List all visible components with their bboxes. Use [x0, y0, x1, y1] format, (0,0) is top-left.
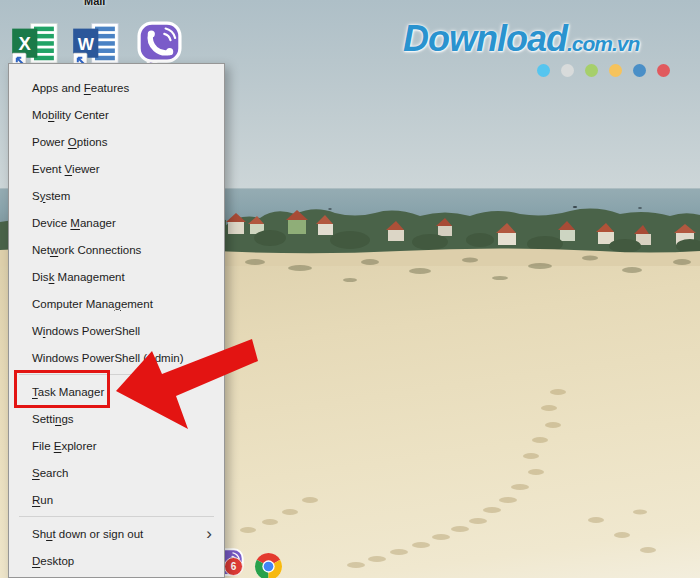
menu-item-system[interactable]: System	[9, 182, 224, 209]
menu-item-label: Settings	[32, 413, 216, 425]
watermark-logo: Download.com.vn	[403, 18, 698, 77]
menu-item-label: Windows PowerShell (Admin)	[32, 352, 216, 364]
menu-item-label: Disk Management	[32, 271, 216, 283]
menu-item-label: Search	[32, 467, 216, 479]
menu-item-settings[interactable]: Settings	[9, 405, 224, 432]
menu-item-windows-powershell[interactable]: Windows PowerShell	[9, 317, 224, 344]
submenu-chevron-icon: ›	[206, 525, 212, 542]
menu-item-search[interactable]: Search	[9, 459, 224, 486]
watermark-dot	[609, 64, 622, 77]
menu-item-label: Run	[32, 494, 216, 506]
excel-letter: X	[19, 33, 32, 54]
menu-item-desktop[interactable]: Desktop	[9, 547, 224, 574]
menu-item-label: Power Options	[32, 136, 216, 148]
menu-item-disk-management[interactable]: Disk Management	[9, 263, 224, 290]
menu-item-computer-management[interactable]: Computer Management	[9, 290, 224, 317]
watermark-dot	[561, 64, 574, 77]
watermark-dot	[633, 64, 646, 77]
watermark-brand: Download	[403, 18, 567, 60]
menu-item-label: Desktop	[32, 555, 216, 567]
word-letter: W	[78, 34, 95, 54]
watermark-dot	[585, 64, 598, 77]
menu-item-power-options[interactable]: Power Options	[9, 128, 224, 155]
menu-item-apps-and-features[interactable]: Apps and Features	[9, 74, 224, 101]
winx-menu: Apps and FeaturesMobility CenterPower Op…	[8, 63, 225, 578]
chrome-icon[interactable]	[254, 552, 283, 578]
menu-item-shut-down-or-sign-out[interactable]: Shut down or sign out›	[9, 520, 224, 547]
menu-item-label: System	[32, 190, 216, 202]
menu-item-windows-powershell-admin[interactable]: Windows PowerShell (Admin)	[9, 344, 224, 371]
menu-item-label: Shut down or sign out	[32, 528, 206, 540]
menu-item-task-manager[interactable]: Task Manager	[9, 378, 224, 405]
menu-item-label: Network Connections	[32, 244, 216, 256]
watermark-suffix: .com.vn	[567, 32, 639, 56]
menu-item-run[interactable]: Run	[9, 486, 224, 513]
menu-item-device-manager[interactable]: Device Manager	[9, 209, 224, 236]
watermark-dots	[537, 64, 698, 77]
menu-item-label: Mobility Center	[32, 109, 216, 121]
watermark-dot	[657, 64, 670, 77]
menu-item-label: Apps and Features	[32, 82, 216, 94]
menu-separator	[19, 374, 214, 375]
mail-icon-label: Mail	[84, 0, 105, 7]
menu-item-event-viewer[interactable]: Event Viewer	[9, 155, 224, 182]
notification-badge: 6	[224, 557, 243, 576]
menu-item-label: Task Manager	[32, 386, 216, 398]
watermark-dot	[537, 64, 550, 77]
menu-item-label: File Explorer	[32, 440, 216, 452]
menu-item-label: Device Manager	[32, 217, 216, 229]
menu-item-label: Event Viewer	[32, 163, 216, 175]
menu-item-network-connections[interactable]: Network Connections	[9, 236, 224, 263]
menu-item-label: Windows PowerShell	[32, 325, 216, 337]
desktop: Download.com.vn Mail X	[0, 0, 700, 578]
menu-item-label: Computer Management	[32, 298, 216, 310]
menu-item-file-explorer[interactable]: File Explorer	[9, 432, 224, 459]
menu-item-mobility-center[interactable]: Mobility Center	[9, 101, 224, 128]
menu-separator	[19, 516, 214, 517]
